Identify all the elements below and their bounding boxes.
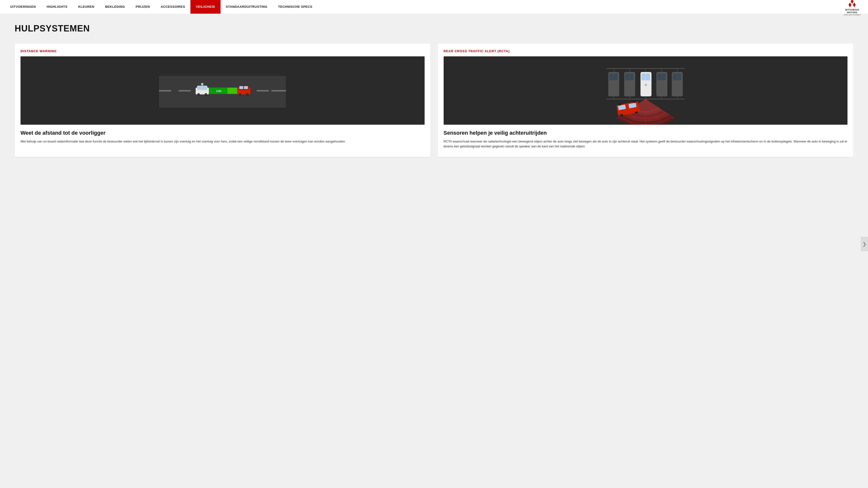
brand-logo: MITSUBISHI MOTORS Drive your Ambition: [844, 0, 863, 16]
nav-item-veiligheid[interactable]: VEILIGHEID: [190, 0, 220, 14]
svg-rect-28: [244, 86, 248, 89]
svg-rect-42: [609, 73, 613, 80]
nav-item-technische-specs[interactable]: TECHNISCHE SPECS: [273, 0, 318, 14]
svg-rect-18: [203, 86, 206, 89]
rcta-body: RCTA waarschuwt wanneer de radartechnolo…: [444, 139, 848, 149]
svg-point-22: [205, 94, 206, 95]
svg-rect-53: [662, 73, 666, 80]
distance-warning-heading: Weet de afstand tot de voorligger: [21, 130, 425, 137]
rcta-image: [444, 56, 848, 125]
nav-item-standaarduitrusting[interactable]: STANDAARDUITRUSTING: [220, 0, 273, 14]
svg-rect-11: [271, 90, 286, 92]
nav-item-prijzen[interactable]: PRIJZEN: [130, 0, 155, 14]
nav-item-highlights[interactable]: HIGHLIGHTS: [41, 0, 73, 14]
distance-warning-body: Met behulp van on-board radarinformatie …: [21, 139, 425, 144]
svg-rect-46: [629, 73, 633, 80]
svg-rect-55: [673, 73, 677, 80]
svg-rect-5: [159, 90, 171, 92]
distance-warning-image: 2.8s: [21, 56, 425, 125]
svg-rect-6: [179, 90, 191, 92]
next-chevron[interactable]: ❯: [861, 237, 868, 251]
svg-rect-17: [198, 86, 202, 89]
main-navigation: UITVOERINGENHIGHLIGHTSKLEURENBEKLEDINGPR…: [0, 0, 868, 14]
mitsubishi-diamond-icon: [847, 0, 858, 8]
svg-marker-0: [851, 0, 854, 4]
svg-rect-52: [657, 73, 661, 80]
svg-point-32: [247, 94, 248, 95]
cards-grid: DISTANCE WARNING: [14, 43, 854, 157]
svg-point-21: [198, 94, 199, 95]
svg-text:2.8s: 2.8s: [216, 90, 221, 93]
nav-item-bekleding[interactable]: BEKLEDING: [100, 0, 130, 14]
rcta-svg: [444, 56, 848, 125]
distance-warning-card: DISTANCE WARNING: [14, 43, 430, 157]
svg-rect-13: [227, 88, 237, 94]
svg-marker-1: [849, 2, 851, 7]
rcta-card: REAR CROSS TRAFFIC ALERT (RCTA): [438, 43, 854, 157]
rcta-label: REAR CROSS TRAFFIC ALERT (RCTA): [444, 49, 848, 53]
brand-tagline: Drive your Ambition: [844, 14, 861, 16]
brand-sub: MOTORS: [847, 11, 857, 14]
svg-rect-27: [239, 86, 243, 89]
distance-warning-svg: 2.8s: [21, 56, 425, 125]
main-content: HULPSYSTEMEN DISTANCE WARNING: [0, 14, 868, 488]
svg-rect-45: [625, 73, 629, 80]
nav-item-accessoires[interactable]: ACCESSOIRES: [155, 0, 190, 14]
nav-item-uitvoeringen[interactable]: UITVOERINGEN: [5, 0, 41, 14]
svg-text:☺: ☺: [202, 84, 203, 85]
brand-name: MITSUBISHI: [845, 8, 859, 11]
svg-rect-43: [614, 73, 618, 80]
page-title: HULPSYSTEMEN: [14, 24, 854, 34]
rcta-heading: Sensoren helpen je veilig achteruitrijde…: [444, 130, 848, 137]
svg-point-31: [240, 94, 241, 95]
svg-rect-49: [646, 73, 650, 80]
distance-warning-label: DISTANCE WARNING: [21, 49, 425, 53]
nav-item-kleuren[interactable]: KLEUREN: [73, 0, 100, 14]
svg-rect-10: [257, 90, 269, 92]
svg-point-50: [645, 84, 647, 86]
svg-marker-2: [853, 2, 856, 7]
svg-rect-48: [642, 73, 646, 80]
svg-rect-56: [677, 73, 681, 80]
